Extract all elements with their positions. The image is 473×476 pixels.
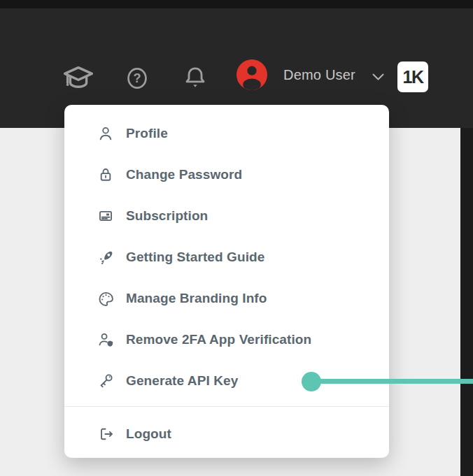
menu-item-label: Manage Branding Info: [126, 291, 267, 306]
screen: ? Demo User 1K: [0, 0, 473, 476]
rocket-icon: [97, 249, 115, 266]
menu-item-profile[interactable]: Profile: [64, 113, 389, 154]
right-edge-strip: [460, 128, 473, 476]
menu-item-label: Change Password: [126, 167, 242, 182]
menu-item-change-password[interactable]: Change Password: [64, 154, 389, 195]
menu-item-manage-branding-info[interactable]: Manage Branding Info: [64, 277, 389, 319]
menu-item-logout[interactable]: Logout: [64, 414, 389, 454]
user-icon: [97, 125, 115, 142]
chevron-down-icon: [372, 71, 384, 84]
lock-icon: [97, 166, 115, 183]
user-shield-icon: [97, 331, 115, 348]
key-icon: [97, 373, 115, 389]
top-edge-strip: [0, 0, 473, 8]
menu-item-label: Subscription: [126, 208, 208, 224]
user-dropdown-menu: Profile Change Password Subscription Get…: [64, 105, 389, 458]
annotation-line: [311, 379, 473, 384]
user-menu-trigger[interactable]: Demo User: [283, 67, 355, 82]
annotation-dot: [302, 372, 321, 391]
menu-item-getting-started-guide[interactable]: Getting Started Guide: [64, 236, 389, 277]
menu-divider: [64, 406, 389, 407]
menu-item-label: Profile: [126, 126, 168, 141]
user-menu-list: Profile Change Password Subscription Get…: [64, 113, 389, 401]
logout-icon: [97, 426, 115, 442]
avatar-user-icon[interactable]: [236, 59, 267, 90]
palette-icon: [97, 290, 115, 307]
svg-text:?: ?: [134, 71, 141, 85]
menu-item-label: Getting Started Guide: [126, 250, 264, 265]
menu-item-label: Logout: [126, 426, 171, 442]
help-icon[interactable]: ?: [125, 65, 150, 92]
menu-item-remove-2fa-app-verification[interactable]: Remove 2FA App Verification: [64, 319, 389, 360]
menu-item-label: Generate API Key: [126, 373, 238, 389]
graduation-cap-icon[interactable]: [62, 63, 95, 92]
menu-item-subscription[interactable]: Subscription: [64, 195, 389, 236]
user-menu-footer: Logout: [64, 414, 389, 454]
app-logo[interactable]: 1K: [397, 62, 428, 92]
credit-card-icon: [97, 208, 115, 224]
bell-icon[interactable]: [182, 64, 209, 92]
menu-item-label: Remove 2FA App Verification: [126, 332, 311, 347]
